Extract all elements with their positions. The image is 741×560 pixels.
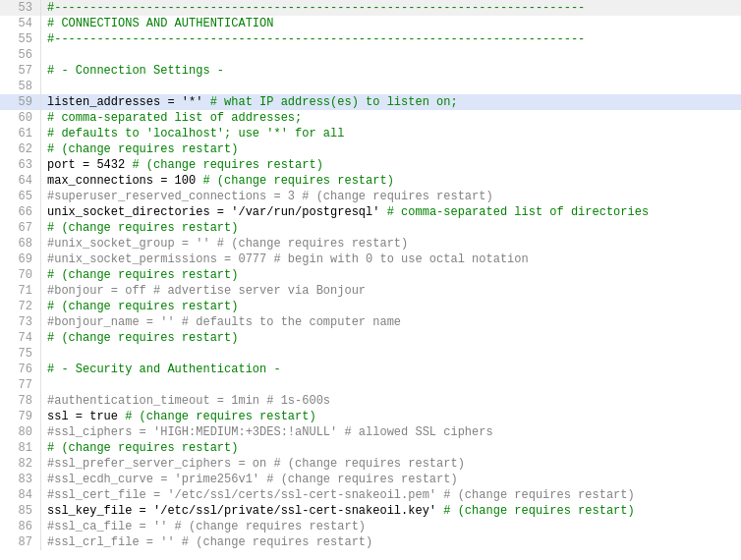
table-row: 59listen_addresses = '*' # what IP addre… [0, 94, 741, 110]
table-row: 58 [0, 79, 741, 94]
line-number: 75 [0, 346, 41, 362]
line-number: 72 [0, 299, 41, 314]
table-row: 57# - Connection Settings - [0, 63, 741, 79]
line-number: 73 [0, 314, 41, 330]
table-row: 84#ssl_cert_file = '/etc/ssl/certs/ssl-c… [0, 487, 741, 503]
table-row: 79ssl = true # (change requires restart) [0, 409, 741, 424]
table-row: 85ssl_key_file = '/etc/ssl/private/ssl-c… [0, 503, 741, 519]
line-number: 74 [0, 330, 41, 346]
line-number: 78 [0, 393, 41, 409]
line-number: 76 [0, 362, 41, 377]
line-number: 64 [0, 173, 41, 189]
line-content: #ssl_ca_file = '' # (change requires res… [47, 519, 741, 534]
line-number: 69 [0, 252, 41, 267]
table-row: 82#ssl_prefer_server_ciphers = on # (cha… [0, 456, 741, 472]
table-row: 61 # defaults to 'localhost'; use '*' fo… [0, 126, 741, 141]
table-row: 83#ssl_ecdh_curve = 'prime256v1' # (chan… [0, 472, 741, 487]
line-number: 54 [0, 16, 41, 31]
line-content: # (change requires restart) [47, 141, 741, 157]
table-row: 72 # (change requires restart) [0, 299, 741, 314]
line-content: #ssl_cert_file = '/etc/ssl/certs/ssl-cer… [47, 487, 741, 503]
table-row: 54# CONNECTIONS AND AUTHENTICATION [0, 16, 741, 31]
line-content: #unix_socket_group = '' # (change requir… [47, 236, 741, 252]
line-content: listen_addresses = '*' # what IP address… [47, 94, 741, 110]
table-row: 64max_connections = 100 # (change requir… [0, 173, 741, 189]
line-number: 56 [0, 47, 41, 63]
table-row: 63port = 5432 # (change requires restart… [0, 157, 741, 173]
table-row: 71#bonjour = off # advertise server via … [0, 283, 741, 299]
table-row: 69#unix_socket_permissions = 0777 # begi… [0, 252, 741, 267]
line-number: 82 [0, 456, 41, 472]
table-row: 53#-------------------------------------… [0, 0, 741, 16]
table-row: 60 # comma-separated list of addresses; [0, 110, 741, 126]
line-content: # (change requires restart) [47, 267, 741, 283]
line-content: #bonjour_name = '' # defaults to the com… [47, 314, 741, 330]
line-content: # CONNECTIONS AND AUTHENTICATION [47, 16, 741, 31]
line-content: max_connections = 100 # (change requires… [47, 173, 741, 189]
line-content: #---------------------------------------… [47, 0, 741, 16]
line-number: 55 [0, 31, 41, 47]
line-number: 84 [0, 487, 41, 503]
line-number: 86 [0, 519, 41, 534]
line-number: 59 [0, 94, 41, 110]
table-row: 77 [0, 377, 741, 393]
line-content: # comma-separated list of addresses; [47, 110, 741, 126]
line-number: 79 [0, 409, 41, 424]
line-content: #superuser_reserved_connections = 3 # (c… [47, 189, 741, 204]
table-row: 73#bonjour_name = '' # defaults to the c… [0, 314, 741, 330]
line-content: #ssl_crl_file = '' # (change requires re… [47, 534, 741, 550]
line-number: 60 [0, 110, 41, 126]
line-content: # - Connection Settings - [47, 63, 741, 79]
table-row: 67 # (change requires restart) [0, 220, 741, 236]
table-row: 74 # (change requires restart) [0, 330, 741, 346]
line-content: # (change requires restart) [47, 220, 741, 236]
table-row: 81 # (change requires restart) [0, 440, 741, 456]
line-number: 68 [0, 236, 41, 252]
line-content: #unix_socket_permissions = 0777 # begin … [47, 252, 741, 267]
line-number: 57 [0, 63, 41, 79]
line-number: 81 [0, 440, 41, 456]
table-row: 55#-------------------------------------… [0, 31, 741, 47]
line-number: 62 [0, 141, 41, 157]
line-content: # defaults to 'localhost'; use '*' for a… [47, 126, 741, 141]
line-number: 83 [0, 472, 41, 487]
table-row: 56 [0, 47, 741, 63]
table-row: 68#unix_socket_group = '' # (change requ… [0, 236, 741, 252]
line-content: #bonjour = off # advertise server via Bo… [47, 283, 741, 299]
line-number: 71 [0, 283, 41, 299]
table-row: 70 # (change requires restart) [0, 267, 741, 283]
line-content: ssl = true # (change requires restart) [47, 409, 741, 424]
line-content: #ssl_ciphers = 'HIGH:MEDIUM:+3DES:!aNULL… [47, 424, 741, 440]
table-row: 76# - Security and Authentication - [0, 362, 741, 377]
line-number: 58 [0, 79, 41, 94]
code-editor: 53#-------------------------------------… [0, 0, 741, 560]
line-number: 61 [0, 126, 41, 141]
line-number: 70 [0, 267, 41, 283]
line-number: 80 [0, 424, 41, 440]
line-number: 53 [0, 0, 41, 16]
line-content: unix_socket_directories = '/var/run/post… [47, 204, 741, 220]
line-content: # (change requires restart) [47, 440, 741, 456]
line-content: #ssl_ecdh_curve = 'prime256v1' # (change… [47, 472, 741, 487]
line-content: ssl_key_file = '/etc/ssl/private/ssl-cer… [47, 503, 741, 519]
line-content: port = 5432 # (change requires restart) [47, 157, 741, 173]
line-number: 63 [0, 157, 41, 173]
line-number: 87 [0, 534, 41, 550]
table-row: 80#ssl_ciphers = 'HIGH:MEDIUM:+3DES:!aNU… [0, 424, 741, 440]
line-number: 77 [0, 377, 41, 393]
line-content: # - Security and Authentication - [47, 362, 741, 377]
line-content: # (change requires restart) [47, 330, 741, 346]
line-number: 66 [0, 204, 41, 220]
table-row: 65#superuser_reserved_connections = 3 # … [0, 189, 741, 204]
line-content: #ssl_prefer_server_ciphers = on # (chang… [47, 456, 741, 472]
line-number: 65 [0, 189, 41, 204]
line-content: # (change requires restart) [47, 299, 741, 314]
table-row: 62 # (change requires restart) [0, 141, 741, 157]
line-content: #authentication_timeout = 1min # 1s-600s [47, 393, 741, 409]
table-row: 66unix_socket_directories = '/var/run/po… [0, 204, 741, 220]
line-content: #---------------------------------------… [47, 31, 741, 47]
table-row: 87#ssl_crl_file = '' # (change requires … [0, 534, 741, 550]
table-row: 75 [0, 346, 741, 362]
line-number: 85 [0, 503, 41, 519]
table-row: 86#ssl_ca_file = '' # (change requires r… [0, 519, 741, 534]
